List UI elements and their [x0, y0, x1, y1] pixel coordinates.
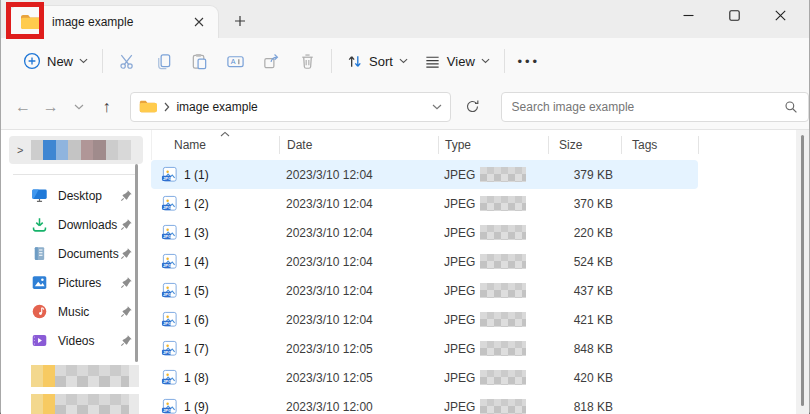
rename-button[interactable]: A — [217, 45, 253, 77]
ellipsis-icon: ••• — [517, 54, 540, 69]
downloads-icon — [31, 216, 48, 233]
sidebar-item-documents[interactable]: Documents — [1, 239, 151, 268]
table-row[interactable]: JPG 1 (2) 2023/3/10 12:04 JPEG 370 KB — [151, 189, 698, 218]
sort-ascending-icon — [220, 131, 230, 137]
column-header-row: Name Date Type Size Tags — [151, 130, 796, 160]
toolbar-separator — [331, 49, 332, 73]
column-header-size[interactable]: Size — [549, 136, 622, 154]
redacted-blur — [480, 167, 526, 182]
file-name: 1 (1) — [184, 168, 209, 182]
sidebar-item-pictures[interactable]: Pictures — [1, 268, 151, 297]
tab-close-icon[interactable] — [188, 11, 210, 33]
column-header-tags[interactable]: Tags — [622, 136, 699, 154]
search-icon[interactable] — [784, 100, 798, 114]
table-row[interactable]: JPG 1 (8) 2023/3/10 12:05 JPEG 420 KB — [151, 363, 698, 392]
sidebar-item-redacted[interactable]: > — [9, 136, 143, 164]
table-row[interactable]: JPG 1 (7) 2023/3/10 12:05 JPEG 848 KB — [151, 334, 698, 363]
view-button[interactable]: View — [416, 47, 498, 76]
sidebar-divider — [13, 174, 137, 175]
column-header-name[interactable]: Name — [152, 136, 280, 154]
delete-button[interactable] — [289, 45, 325, 77]
jpg-file-icon: JPG — [161, 340, 178, 357]
share-button[interactable] — [253, 45, 289, 77]
table-row[interactable]: JPG 1 (1) 2023/3/10 12:04 JPEG 379 KB — [151, 160, 698, 189]
copy-button[interactable] — [145, 45, 181, 77]
file-name-cell: JPG 1 (9) — [151, 398, 279, 414]
jpg-file-icon: JPG — [161, 195, 178, 212]
jpg-file-icon: JPG — [161, 311, 178, 328]
maximize-button[interactable] — [711, 0, 757, 30]
paste-button[interactable] — [181, 45, 217, 77]
sidebar-item-redacted-folder[interactable] — [31, 394, 141, 414]
close-button[interactable] — [757, 0, 803, 30]
sidebar-item-downloads[interactable]: Downloads — [1, 210, 151, 239]
file-name-cell: JPG 1 (6) — [151, 311, 279, 328]
main-content: > Desktop — [1, 130, 809, 414]
sort-button[interactable]: Sort — [338, 47, 416, 76]
redacted-blur — [480, 196, 526, 211]
redacted-blur — [480, 399, 526, 414]
sidebar-item-videos[interactable]: Videos — [1, 326, 151, 355]
table-row[interactable]: JPG 1 (6) 2023/3/10 12:04 JPEG 421 KB — [151, 305, 698, 334]
table-row[interactable]: JPG 1 (9) 2023/3/10 12:00 JPEG 818 KB — [151, 392, 698, 414]
recent-locations-button[interactable] — [65, 93, 93, 121]
file-date: 2023/3/10 12:04 — [279, 313, 438, 327]
svg-text:JPG: JPG — [163, 321, 171, 326]
search-box[interactable] — [501, 92, 809, 122]
breadcrumb-bar[interactable]: image example — [130, 92, 450, 122]
file-name: 1 (6) — [184, 313, 209, 327]
copy-icon — [154, 52, 173, 71]
address-dropdown-icon[interactable] — [432, 104, 442, 110]
minimize-button[interactable] — [665, 0, 711, 30]
new-button[interactable]: New — [15, 46, 96, 76]
file-name-cell: JPG 1 (5) — [151, 282, 279, 299]
search-input[interactable] — [512, 100, 784, 114]
sidebar-scrollbar[interactable] — [135, 164, 138, 362]
file-name: 1 (8) — [184, 371, 209, 385]
sidebar-item-label: Documents — [58, 247, 120, 261]
column-header-date[interactable]: Date — [280, 136, 439, 154]
music-icon — [31, 303, 48, 320]
jpg-file-icon: JPG — [161, 224, 178, 241]
refresh-button[interactable] — [459, 93, 487, 121]
sidebar-item-music[interactable]: Music — [1, 297, 151, 326]
cut-button[interactable] — [109, 45, 145, 77]
file-name-cell: JPG 1 (2) — [151, 195, 279, 212]
tab-bar: image example — [1, 0, 809, 38]
svg-text:JPG: JPG — [163, 408, 171, 413]
sidebar-item-desktop[interactable]: Desktop — [1, 181, 151, 210]
redacted-blur — [480, 225, 526, 240]
pin-icon — [120, 247, 133, 260]
sidebar-item-label: Videos — [58, 334, 120, 348]
refresh-icon — [465, 99, 480, 114]
column-header-type[interactable]: Type — [439, 136, 549, 154]
file-name-cell: JPG 1 (8) — [151, 369, 279, 386]
scrollbar-thumb[interactable] — [801, 135, 804, 406]
file-name: 1 (7) — [184, 342, 209, 356]
chevron-right-icon[interactable]: > — [17, 144, 23, 156]
breadcrumb-path[interactable]: image example — [176, 100, 431, 114]
desktop-icon — [31, 187, 48, 204]
file-name-cell: JPG 1 (1) — [151, 166, 279, 183]
sidebar-item-label: Pictures — [58, 276, 120, 290]
new-tab-button[interactable] — [227, 8, 253, 34]
view-lines-icon — [424, 53, 441, 70]
table-row[interactable]: JPG 1 (3) 2023/3/10 12:04 JPEG 220 KB — [151, 218, 698, 247]
file-name-cell: JPG 1 (4) — [151, 253, 279, 270]
up-button[interactable]: ↑ — [93, 93, 121, 121]
forward-button[interactable]: → — [37, 93, 65, 121]
table-row[interactable]: JPG 1 (4) 2023/3/10 12:04 JPEG 524 KB — [151, 247, 698, 276]
vertical-scrollbar[interactable] — [796, 130, 809, 414]
toolbar-separator — [102, 49, 103, 73]
folder-icon — [139, 99, 157, 114]
sidebar-item-label: Music — [58, 305, 120, 319]
back-button[interactable]: ← — [9, 93, 37, 121]
redacted-blur — [480, 341, 526, 356]
jpg-file-icon: JPG — [161, 282, 178, 299]
breadcrumb-chevron-icon — [164, 102, 170, 112]
sidebar-item-label: Desktop — [58, 189, 120, 203]
table-row[interactable]: JPG 1 (5) 2023/3/10 12:04 JPEG 437 KB — [151, 276, 698, 305]
more-options-button[interactable]: ••• — [511, 45, 547, 77]
file-type: JPEG — [438, 370, 548, 385]
sidebar-item-redacted-folder[interactable] — [31, 365, 141, 387]
